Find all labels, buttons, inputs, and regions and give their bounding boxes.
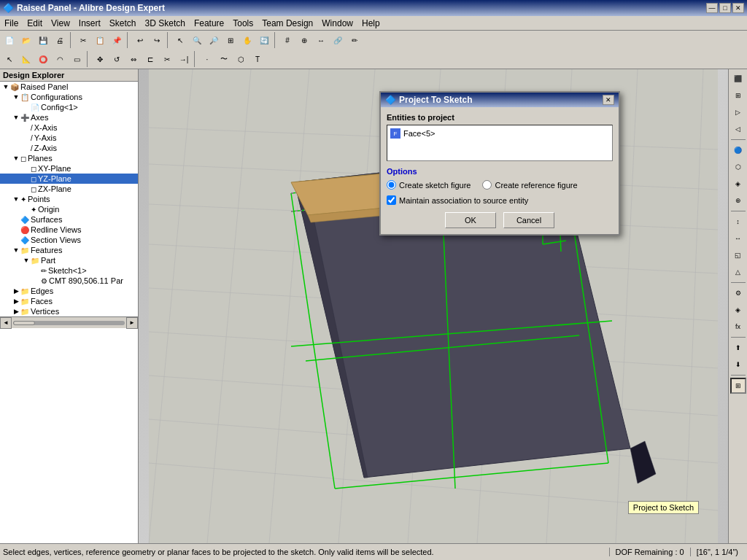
tree-item[interactable]: ▼◻Planes xyxy=(0,153,138,163)
rt-btn-5[interactable]: 🔵 xyxy=(730,142,746,158)
menu-feature[interactable]: Feature xyxy=(190,16,228,31)
tree-item[interactable]: ⚙CMT 890,506.11 Par xyxy=(0,276,138,286)
rt-btn-17[interactable]: ⬇ xyxy=(730,357,746,373)
menu-tools[interactable]: Tools xyxy=(228,16,258,31)
rt-btn-6[interactable]: ⬡ xyxy=(730,159,746,175)
tb2-point[interactable]: · xyxy=(199,51,215,67)
tb2-circle[interactable]: ⭕ xyxy=(35,51,51,67)
tree-item[interactable]: ▼📁Part xyxy=(0,255,138,265)
tree-expand-btn[interactable]: ▼ xyxy=(22,256,31,265)
tree-item[interactable]: ▶📁Faces xyxy=(0,296,138,306)
radio-reference-input[interactable] xyxy=(482,180,492,190)
tree-item[interactable]: ◻ZX-Plane xyxy=(0,184,138,194)
rt-btn-15[interactable]: fx xyxy=(730,319,746,335)
radio-sketch-figure[interactable]: Create sketch figure xyxy=(387,180,471,190)
tb-paste[interactable]: 📌 xyxy=(109,32,125,48)
rt-btn-9[interactable]: ↕ xyxy=(730,214,746,230)
tree-item[interactable]: ▼📋Configurations xyxy=(0,92,138,102)
rt-btn-1[interactable]: ⬛ xyxy=(730,71,746,87)
tree-expand-btn[interactable]: ▼ xyxy=(12,113,20,122)
ok-button[interactable]: OK xyxy=(445,212,496,228)
tb-constraint[interactable]: 🔗 xyxy=(330,32,346,48)
tb2-offset[interactable]: ⊏ xyxy=(142,51,158,67)
rt-btn-4[interactable]: ◁ xyxy=(730,121,746,137)
tb-save[interactable]: 💾 xyxy=(35,32,51,48)
tree-item[interactable]: /Y-Axis xyxy=(0,133,138,143)
tb-dim[interactable]: ↔ xyxy=(313,32,329,48)
tree-item[interactable]: ▼➕Axes xyxy=(0,112,138,122)
menu-sketch[interactable]: Sketch xyxy=(105,16,141,31)
dialog-close-button[interactable]: ✕ xyxy=(603,95,614,105)
rt-btn-3[interactable]: ▷ xyxy=(730,104,746,120)
tb2-extend[interactable]: →| xyxy=(176,51,192,67)
tb2-trim[interactable]: ✂ xyxy=(159,51,175,67)
rt-project-sketch[interactable]: ⊞ xyxy=(730,378,746,394)
maintain-checkbox[interactable] xyxy=(387,195,396,205)
tb-print[interactable]: 🖨 xyxy=(52,32,68,48)
menu-team-design[interactable]: Team Design xyxy=(258,16,317,31)
tb2-line[interactable]: 📐 xyxy=(18,51,34,67)
tb2-spline[interactable]: 〜 xyxy=(216,51,232,67)
tree-item[interactable]: ◻YZ-Plane xyxy=(0,174,138,184)
rt-btn-13[interactable]: ⚙ xyxy=(730,285,746,301)
rt-btn-8[interactable]: ⊕ xyxy=(730,192,746,209)
tree-item[interactable]: ◻XY-Plane xyxy=(0,163,138,174)
tree-expand-btn[interactable]: ▶ xyxy=(12,307,20,316)
tb-snap[interactable]: ⊕ xyxy=(296,32,312,48)
tree-expand-btn[interactable]: ▶ xyxy=(12,287,20,295)
tb2-rotate2[interactable]: ↺ xyxy=(109,51,125,67)
tree-expand-btn[interactable]: ▶ xyxy=(12,297,20,306)
tb2-poly[interactable]: ⬡ xyxy=(233,51,249,67)
tree-item[interactable]: 🔴Redline Views xyxy=(0,225,138,235)
menu-view[interactable]: View xyxy=(47,16,74,31)
dialog-title-bar[interactable]: 🔷 Project To Sketch ✕ xyxy=(381,93,619,107)
hscroll-right[interactable]: ► xyxy=(126,317,138,329)
tree-expand-btn[interactable]: ▼ xyxy=(1,82,10,91)
tree-item[interactable]: ▼📁Features xyxy=(0,245,138,255)
tree-item[interactable]: ▶📁Edges xyxy=(0,286,138,296)
menu-insert[interactable]: Insert xyxy=(74,16,105,31)
tree-item[interactable]: ✏Sketch<1> xyxy=(0,265,138,276)
tree-expand-btn[interactable]: ▼ xyxy=(12,246,20,254)
tb2-select[interactable]: ↖ xyxy=(1,51,18,67)
tb-rotate[interactable]: 🔄 xyxy=(256,32,272,48)
radio-reference-figure[interactable]: Create reference figure xyxy=(482,180,577,190)
tb-sketch-tools[interactable]: ✏ xyxy=(347,32,363,48)
hscroll-track[interactable] xyxy=(13,321,125,325)
tree-item[interactable]: 📄Config<1> xyxy=(0,102,138,112)
tb-redo[interactable]: ↪ xyxy=(149,32,165,48)
tb-new[interactable]: 📄 xyxy=(1,32,18,48)
radio-sketch-input[interactable] xyxy=(387,180,396,190)
menu-file[interactable]: File xyxy=(0,16,23,31)
tb-open[interactable]: 📂 xyxy=(18,32,34,48)
tb-zoom-in[interactable]: 🔍 xyxy=(189,32,205,48)
menu-3dsketch[interactable]: 3D Sketch xyxy=(141,16,190,31)
minimize-button[interactable]: — xyxy=(706,3,718,13)
rt-btn-7[interactable]: ◈ xyxy=(730,176,746,192)
rt-btn-2[interactable]: ⊞ xyxy=(730,88,746,104)
sidebar-hscroll[interactable]: ◄ ► xyxy=(0,316,138,328)
rt-btn-14[interactable]: ◈ xyxy=(730,302,746,318)
tree-item[interactable]: ✦Origin xyxy=(0,204,138,214)
tb-zoom-all[interactable]: ⊞ xyxy=(222,32,239,48)
rt-btn-11[interactable]: ◱ xyxy=(730,247,746,263)
tb-zoom-out[interactable]: 🔎 xyxy=(206,32,222,48)
cancel-button[interactable]: Cancel xyxy=(503,212,554,228)
tb2-rect[interactable]: ▭ xyxy=(69,51,85,67)
tree-item[interactable]: ▼📦Raised Panel xyxy=(0,82,138,92)
tb-undo[interactable]: ↩ xyxy=(132,32,148,48)
tb2-move[interactable]: ✥ xyxy=(92,51,108,67)
tb-cut[interactable]: ✂ xyxy=(75,32,91,48)
tb2-arc[interactable]: ◠ xyxy=(52,51,68,67)
tb-select[interactable]: ↖ xyxy=(172,32,188,48)
hscroll-left[interactable]: ◄ xyxy=(0,317,12,329)
tree-item[interactable]: 🔷Section Views xyxy=(0,235,138,245)
rt-btn-12[interactable]: △ xyxy=(730,264,746,280)
tb-copy[interactable]: 📋 xyxy=(92,32,108,48)
rt-btn-16[interactable]: ⬆ xyxy=(730,340,746,356)
tree-item[interactable]: /X-Axis xyxy=(0,122,138,133)
tb-pan[interactable]: ✋ xyxy=(239,32,255,48)
tb2-mirror[interactable]: ⇔ xyxy=(125,51,142,67)
tree-expand-btn[interactable]: ▼ xyxy=(12,154,20,163)
tree-expand-btn[interactable]: ▼ xyxy=(12,93,20,101)
